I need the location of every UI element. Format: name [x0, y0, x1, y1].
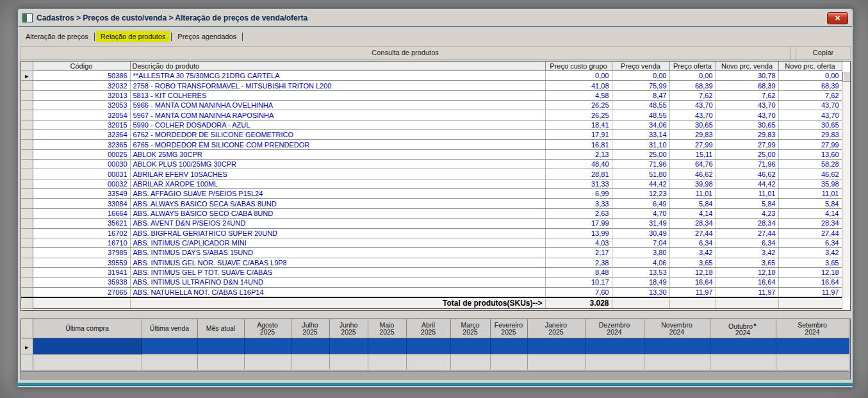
novo-oferta-cell[interactable]: 43,70: [778, 101, 842, 110]
codigo-cell[interactable]: 32015: [33, 120, 130, 129]
history-cell[interactable]: [142, 354, 197, 370]
novo-venda-cell[interactable]: 30,65: [716, 120, 778, 129]
history-cell[interactable]: [244, 338, 291, 354]
descricao-cell[interactable]: ABLOK 25MG 30CPR: [130, 149, 545, 159]
preco-custo-cell[interactable]: 17,91: [545, 130, 612, 140]
table-row[interactable]: 35938ABS. INTIMUS ULTRAFINO D&N 14UND10,…: [21, 278, 842, 287]
row-selector[interactable]: [21, 160, 33, 169]
history-row-selector[interactable]: [21, 354, 33, 370]
preco-venda-cell[interactable]: 18,49: [612, 278, 669, 287]
table-row[interactable]: 320155990 - COLHER DOSADORA - AZUL18,413…: [21, 120, 842, 129]
preco-custo-cell[interactable]: 16,81: [545, 140, 612, 149]
preco-custo-cell[interactable]: 2,38: [545, 258, 612, 267]
col-header-descricao[interactable]: Descrição do produto: [130, 62, 545, 71]
row-selector[interactable]: [21, 169, 33, 179]
history-cell[interactable]: [710, 354, 776, 370]
preco-custo-cell[interactable]: 2,63: [545, 208, 612, 218]
novo-oferta-cell[interactable]: 0,00: [778, 71, 842, 81]
preco-custo-cell[interactable]: 26,25: [545, 110, 612, 120]
codigo-cell[interactable]: 33084: [33, 199, 130, 208]
table-row[interactable]: 27065ABS. NATURELLA NOT. C/ABAS L16P147,…: [21, 287, 842, 297]
descricao-cell[interactable]: ABS. NATURELLA NOT. C/ABAS L16P14: [130, 287, 545, 297]
novo-venda-cell[interactable]: 6,34: [716, 238, 778, 247]
novo-oferta-cell[interactable]: 27,44: [778, 228, 842, 238]
preco-oferta-cell[interactable]: 28,34: [669, 219, 716, 228]
table-row[interactable]: 00032ABRILAR XAROPE 100ML31,3344,4239,98…: [21, 179, 842, 188]
novo-oferta-cell[interactable]: 58,28: [778, 160, 842, 169]
history-cell[interactable]: [329, 338, 368, 354]
preco-oferta-cell[interactable]: 15,11: [669, 149, 716, 159]
history-cell[interactable]: [33, 354, 142, 370]
novo-oferta-cell[interactable]: 12,18: [778, 267, 842, 277]
history-cell[interactable]: [776, 338, 849, 354]
preco-oferta-cell[interactable]: 29,83: [669, 130, 716, 140]
descricao-cell[interactable]: ABS. INTIMUS C/APLICADOR MINI: [130, 238, 545, 247]
novo-oferta-cell[interactable]: 27,99: [778, 140, 842, 149]
preco-custo-cell[interactable]: 0,00: [545, 71, 612, 81]
preco-custo-cell[interactable]: 13,99: [545, 228, 612, 238]
history-cell[interactable]: [490, 354, 527, 370]
codigo-cell[interactable]: 27065: [33, 287, 130, 297]
table-row[interactable]: 16702ABS. BIGFRAL GERIATRICO SUPER 20UND…: [21, 228, 842, 238]
preco-venda-cell[interactable]: 25,00: [612, 149, 669, 159]
col-header-preco-oferta[interactable]: Preço oferta: [669, 62, 716, 71]
preco-custo-cell[interactable]: 10,17: [545, 278, 612, 287]
history-cell[interactable]: [644, 338, 710, 354]
codigo-cell[interactable]: 00032: [33, 179, 130, 188]
col-header-novo-prc-venda[interactable]: Novo prc. venda: [716, 62, 778, 71]
preco-oferta-cell[interactable]: 64,76: [669, 160, 716, 169]
preco-venda-cell[interactable]: 75,99: [612, 81, 669, 90]
row-selector[interactable]: [21, 287, 33, 297]
vertical-scrollbar[interactable]: [842, 72, 850, 298]
history-col-header-fevereiro[interactable]: Fevereiro2025: [490, 319, 527, 338]
descricao-cell[interactable]: **ALLESTRA 30 75/30MCG 21DRG CARTELA: [130, 71, 545, 81]
history-cell[interactable]: [450, 338, 490, 354]
preco-custo-cell[interactable]: 6,99: [545, 189, 612, 199]
novo-venda-cell[interactable]: 43,70: [716, 110, 778, 120]
horizontal-scrollbar[interactable]: [21, 371, 850, 379]
preco-venda-cell[interactable]: 4,06: [612, 258, 669, 267]
tab-altera-o-de-pre-os[interactable]: Alteração de preços: [21, 31, 93, 42]
col-header-preco-venda[interactable]: Preço venda: [612, 62, 669, 71]
table-row[interactable]: 320545967 - MANTA COM NANINHA RAPOSINHA2…: [21, 110, 842, 120]
descricao-cell[interactable]: ABS. AFFAGIO SUAVE P/SEIOS P15L24: [130, 189, 545, 199]
preco-oferta-cell[interactable]: 16,64: [669, 278, 716, 287]
novo-venda-cell[interactable]: 27,44: [716, 228, 778, 238]
novo-oferta-cell[interactable]: 43,70: [778, 110, 842, 120]
novo-oferta-cell[interactable]: 11,01: [778, 189, 842, 199]
descricao-cell[interactable]: 2758 - ROBO TRANSFORMAVEL - MITSUBISHI T…: [130, 81, 545, 90]
preco-custo-cell[interactable]: 4,03: [545, 238, 612, 247]
row-selector[interactable]: [21, 110, 33, 120]
novo-oferta-cell[interactable]: 6,34: [778, 238, 842, 247]
table-row[interactable]: 323656765 - MORDEDOR EM SILICONE COM PRE…: [21, 140, 842, 149]
history-cell[interactable]: [197, 354, 244, 370]
table-row[interactable]: 33084ABS. ALWAYS BASICO SECA S/ABAS 8UND…: [21, 199, 842, 208]
novo-venda-cell[interactable]: 12,18: [716, 267, 778, 277]
novo-venda-cell[interactable]: 11,01: [716, 189, 778, 199]
history-col-header-novembro[interactable]: Novembro2024: [644, 319, 710, 338]
history-cell[interactable]: [450, 354, 490, 370]
preco-custo-cell[interactable]: 31,33: [545, 179, 612, 188]
preco-venda-cell[interactable]: 0,00: [612, 71, 669, 81]
descricao-cell[interactable]: ABS. INTIMUS ULTRAFINO D&N 14UND: [130, 278, 545, 287]
novo-venda-cell[interactable]: 27,99: [716, 140, 778, 149]
preco-venda-cell[interactable]: 31,10: [612, 140, 669, 149]
codigo-cell[interactable]: 16664: [33, 208, 130, 218]
preco-oferta-cell[interactable]: 12,18: [669, 267, 716, 277]
table-row[interactable]: 323646762 - MORDEDOR DE SILICONE GEOMETR…: [21, 130, 842, 140]
preco-custo-cell[interactable]: 28,81: [545, 169, 612, 179]
history-cell[interactable]: [291, 354, 329, 370]
preco-venda-cell[interactable]: 4,70: [612, 208, 669, 218]
novo-oferta-cell[interactable]: 3,42: [778, 248, 842, 258]
descricao-cell[interactable]: ABS. INTIMUS GEL NOR. SUAVE C/ABAS L9P8: [130, 258, 545, 267]
preco-venda-cell[interactable]: 12,23: [612, 189, 669, 199]
row-selector[interactable]: [21, 140, 33, 149]
history-cell[interactable]: [329, 354, 368, 370]
row-selector[interactable]: [21, 238, 33, 247]
descricao-cell[interactable]: ABRILAR EFERV 10SACHES: [130, 169, 545, 179]
descricao-cell[interactable]: 5990 - COLHER DOSADORA - AZUL: [130, 120, 545, 129]
row-selector[interactable]: [21, 208, 33, 218]
table-row[interactable]: 00025ABLOK 25MG 30CPR2,1325,0015,1125,00…: [21, 149, 842, 159]
preco-venda-cell[interactable]: 13,53: [612, 267, 669, 277]
codigo-cell[interactable]: 32053: [33, 101, 130, 110]
